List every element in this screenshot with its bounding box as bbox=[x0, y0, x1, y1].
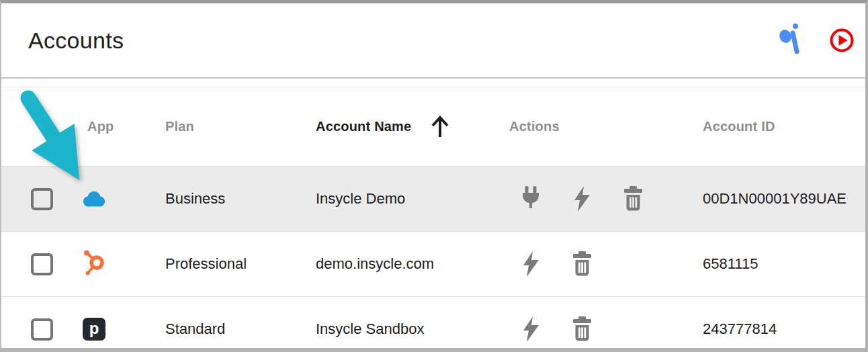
account-id-cell: 6581115 bbox=[703, 255, 865, 273]
row-app-cell bbox=[74, 251, 165, 278]
account-id-cell: 00D1N00001Y89UAE bbox=[703, 190, 865, 208]
row-app-cell bbox=[74, 187, 165, 212]
lightning-icon[interactable] bbox=[570, 186, 593, 212]
plan-cell: Professional bbox=[165, 255, 316, 273]
actions-cell bbox=[509, 316, 703, 342]
table-top-divider bbox=[1, 79, 865, 87]
salesforce-cloud-icon bbox=[82, 187, 106, 211]
row-select-cell bbox=[1, 318, 74, 341]
pipedrive-letter: p bbox=[83, 318, 105, 341]
account-name-cell: Insycle Demo bbox=[316, 190, 509, 208]
trash-icon[interactable] bbox=[570, 316, 593, 342]
table-header-row: App Plan Account Name Actions Account ID bbox=[1, 87, 865, 166]
trash-icon[interactable] bbox=[570, 251, 593, 277]
trash-icon[interactable] bbox=[621, 186, 644, 212]
header-actions bbox=[778, 22, 865, 58]
plug-icon[interactable] bbox=[519, 186, 542, 212]
account-name-cell: Insycle Sandbox bbox=[316, 320, 509, 338]
column-header-account-name-label: Account Name bbox=[316, 119, 411, 134]
column-header-account-name[interactable]: Account Name bbox=[316, 115, 509, 139]
row-checkbox[interactable] bbox=[31, 253, 53, 275]
plan-cell: Standard bbox=[165, 320, 316, 338]
table-row: Business Insycle Demo bbox=[1, 166, 865, 231]
column-header-actions[interactable]: Actions bbox=[509, 119, 703, 134]
account-name-cell: demo.insycle.com bbox=[316, 255, 509, 273]
play-icon[interactable] bbox=[829, 28, 855, 53]
blue-logo-icon[interactable] bbox=[778, 22, 802, 58]
row-app-cell: p bbox=[74, 317, 165, 341]
column-header-plan[interactable]: Plan bbox=[165, 119, 316, 134]
top-border-notch bbox=[422, 0, 571, 3]
column-header-account-id[interactable]: Account ID bbox=[703, 119, 865, 134]
actions-cell bbox=[509, 251, 703, 277]
sort-ascending-icon bbox=[429, 115, 451, 139]
page-title: Accounts bbox=[1, 28, 124, 54]
row-select-cell bbox=[1, 253, 74, 275]
row-checkbox[interactable] bbox=[31, 318, 53, 341]
lightning-icon[interactable] bbox=[519, 251, 542, 277]
plan-cell: Business bbox=[165, 190, 316, 208]
pipedrive-icon: p bbox=[82, 317, 106, 341]
actions-cell bbox=[509, 186, 703, 212]
account-id-cell: 243777814 bbox=[703, 320, 865, 338]
hubspot-sprocket-icon bbox=[82, 251, 106, 275]
page-header: Accounts bbox=[1, 3, 865, 79]
table-row: Professional demo.insycle.com bbox=[1, 231, 865, 296]
row-checkbox[interactable] bbox=[31, 188, 53, 210]
lightning-icon[interactable] bbox=[519, 316, 542, 342]
column-header-app[interactable]: App bbox=[74, 119, 165, 134]
table-row: p Standard Insycle Sandbox bbox=[1, 296, 865, 352]
row-select-cell bbox=[1, 188, 74, 210]
accounts-panel: Accounts App Plan Account Name bbox=[0, 0, 868, 352]
